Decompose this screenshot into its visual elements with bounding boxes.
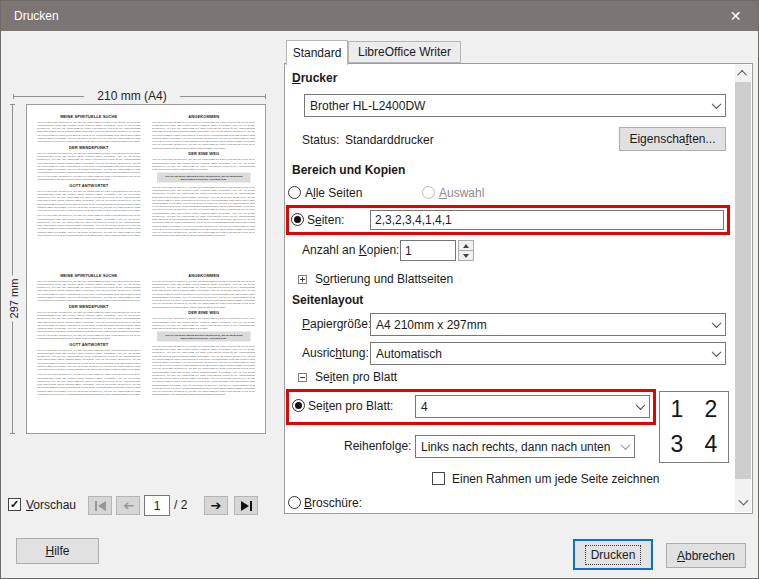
pages-per-sheet-radio[interactable] bbox=[292, 399, 305, 412]
cancel-button[interactable]: Abbrechen bbox=[666, 543, 746, 568]
check-icon: ✓ bbox=[10, 499, 19, 510]
pages-label[interactable]: Seiten: bbox=[307, 213, 344, 227]
settings-panel: Drucker Brother HL-L2400DW Status: Stand… bbox=[284, 63, 753, 514]
help-button[interactable]: Hilfe bbox=[16, 538, 99, 564]
grid-number: 4 bbox=[694, 427, 728, 462]
order-label: Reihenfolge: bbox=[344, 439, 411, 453]
scrollbar-thumb[interactable] bbox=[735, 82, 751, 479]
order-select[interactable]: Links nach rechts, dann nach unten bbox=[415, 435, 635, 458]
print-dialog: Drucken ✕ Standard LibreOffice Writer 21… bbox=[0, 0, 759, 579]
selection-radio[interactable] bbox=[422, 186, 435, 199]
chevron-down-icon bbox=[631, 396, 649, 417]
print-button[interactable]: Drucken bbox=[573, 539, 653, 570]
pages-input[interactable] bbox=[370, 210, 724, 230]
page-total-label: / 2 bbox=[174, 498, 187, 512]
previous-page-button[interactable]: ➔ bbox=[116, 496, 140, 515]
orientation-value: Automatisch bbox=[371, 347, 707, 361]
copies-label: Anzahl an Kopien: bbox=[302, 243, 399, 257]
close-button[interactable]: ✕ bbox=[713, 1, 758, 31]
range-section-header: Bereich und Kopien bbox=[292, 163, 405, 177]
preview-page-thumbnail: MEINE SPIRITUELLE SUCHEDies ist ein klei… bbox=[37, 273, 141, 425]
pages-per-sheet-expander-label[interactable]: Seiten pro Blatt bbox=[315, 370, 397, 384]
next-page-button[interactable]: ➔ bbox=[204, 496, 228, 515]
pages-per-sheet-select[interactable]: 4 bbox=[415, 395, 650, 418]
tab-standard[interactable]: Standard bbox=[286, 40, 348, 65]
last-page-icon bbox=[241, 501, 249, 511]
page-number-input[interactable] bbox=[144, 495, 170, 516]
pages-radio[interactable] bbox=[291, 213, 304, 226]
draw-border-checkbox[interactable] bbox=[432, 472, 445, 485]
paper-height-label: 297 mm bbox=[8, 276, 23, 322]
first-page-button[interactable] bbox=[88, 496, 112, 515]
paper-size-value: A4 210mm x 297mm bbox=[371, 318, 707, 332]
brochure-label[interactable]: Broschüre: bbox=[304, 496, 362, 510]
collate-expander-icon[interactable] bbox=[298, 275, 307, 284]
copies-input[interactable] bbox=[400, 240, 456, 261]
paper-width-label: 210 mm (A4) bbox=[84, 89, 180, 103]
grid-number: 1 bbox=[660, 392, 694, 427]
chevron-down-icon bbox=[616, 436, 634, 457]
chevron-down-icon bbox=[707, 314, 725, 335]
order-value: Links nach rechts, dann nach unten bbox=[416, 440, 616, 454]
pages-per-sheet-value: 4 bbox=[416, 400, 631, 414]
preview-page-thumbnail: ANGEKOMMENDies ist ein kleiner Beispielt… bbox=[152, 114, 256, 266]
tab-libreoffice-writer[interactable]: LibreOffice Writer bbox=[348, 41, 461, 63]
status-label: Status: bbox=[302, 133, 339, 147]
titlebar[interactable]: Drucken ✕ bbox=[1, 1, 758, 31]
first-page-icon bbox=[95, 501, 97, 511]
printer-section-header: Drucker bbox=[292, 71, 337, 85]
preview-page-thumbnail: MEINE SPIRITUELLE SUCHEDies ist ein klei… bbox=[37, 114, 141, 266]
preview-checkbox[interactable]: ✓ bbox=[8, 498, 21, 511]
previous-page-icon: ➔ bbox=[123, 499, 134, 512]
stepper-down-icon[interactable] bbox=[458, 251, 474, 261]
layout-section-header: Seitenlayout bbox=[292, 293, 363, 307]
orientation-label: Ausrichtung: bbox=[302, 346, 369, 360]
stepper-up-icon[interactable] bbox=[458, 240, 474, 251]
preview-sheet: MEINE SPIRITUELLE SUCHEDies ist ein klei… bbox=[26, 104, 266, 434]
pages-per-sheet-preview: 1 2 3 4 bbox=[659, 391, 729, 463]
draw-border-label[interactable]: Einen Rahmen um jede Seite zeichnen bbox=[452, 472, 659, 486]
status-value: Standarddrucker bbox=[345, 133, 434, 147]
collate-expander-label[interactable]: Sortierung und Blattseiten bbox=[315, 272, 453, 286]
orientation-select[interactable]: Automatisch bbox=[370, 342, 726, 365]
window-title: Drucken bbox=[14, 9, 59, 23]
paper-size-label: Papiergröße: bbox=[302, 317, 371, 331]
print-button-label: Drucken bbox=[586, 546, 641, 564]
preview-page-thumbnail: ANGEKOMMENDies ist ein kleiner Beispielt… bbox=[152, 273, 256, 425]
printer-select[interactable]: Brother HL-L2400DW bbox=[304, 94, 726, 117]
selection-label: Auswahl bbox=[439, 186, 484, 200]
pages-per-sheet-expander-icon[interactable] bbox=[298, 373, 307, 382]
pages-per-sheet-label[interactable]: Seiten pro Blatt: bbox=[308, 399, 393, 413]
brochure-radio[interactable] bbox=[288, 496, 301, 509]
last-page-button[interactable] bbox=[234, 496, 258, 515]
properties-button[interactable]: Eigenschaften... bbox=[619, 127, 726, 151]
height-measure-line bbox=[12, 104, 13, 434]
chevron-down-icon bbox=[707, 343, 725, 364]
scroll-up-icon[interactable] bbox=[735, 65, 751, 82]
paper-size-select[interactable]: A4 210mm x 297mm bbox=[370, 313, 726, 336]
scrollbar[interactable] bbox=[735, 65, 751, 512]
close-icon: ✕ bbox=[730, 8, 742, 24]
next-page-icon: ➔ bbox=[211, 499, 222, 512]
tab-libreoffice-writer-label: LibreOffice Writer bbox=[358, 45, 451, 59]
scroll-down-icon[interactable] bbox=[735, 495, 751, 512]
copies-stepper[interactable] bbox=[458, 240, 474, 261]
chevron-down-icon bbox=[707, 95, 725, 116]
grid-number: 3 bbox=[660, 427, 694, 462]
print-preview-pane: 210 mm (A4) 297 mm MEINE SPIRITUELLE SUC… bbox=[9, 63, 273, 483]
tab-standard-label: Standard bbox=[293, 46, 342, 60]
all-pages-radio[interactable] bbox=[288, 186, 301, 199]
grid-number: 2 bbox=[694, 392, 728, 427]
printer-select-value: Brother HL-L2400DW bbox=[305, 99, 707, 113]
preview-checkbox-label[interactable]: Vorschau bbox=[26, 498, 76, 512]
all-pages-label[interactable]: Alle Seiten bbox=[305, 186, 362, 200]
